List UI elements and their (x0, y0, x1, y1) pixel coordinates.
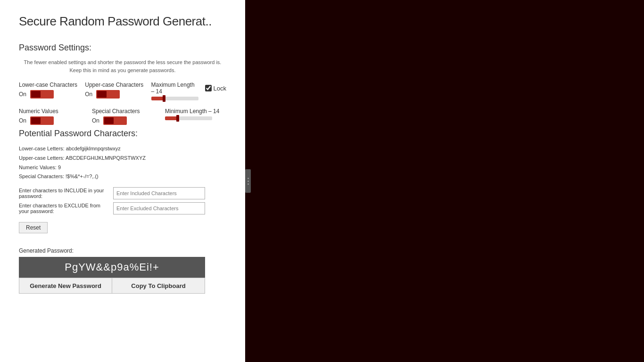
upper-case-toggle-row: On (85, 90, 151, 99)
page-title: Secure Random Password Generat.. (19, 14, 226, 29)
left-panel: Secure Random Password Generat.. Passwor… (0, 0, 245, 362)
potential-section: Potential Password Characters: Lower-cas… (19, 129, 226, 233)
upper-info: Upper-case Letters: ABCDEFGHIJKLMNPQRSTW… (19, 154, 226, 163)
potential-section-title: Potential Password Characters: (19, 129, 226, 139)
special-toggle-label: On (92, 117, 99, 124)
max-length-setting: Maximum Length – 14 Lock (151, 82, 226, 100)
divider-dot-1 (248, 178, 249, 179)
max-length-slider-fill (151, 97, 165, 100)
numeric-setting: Numeric Values On (19, 108, 92, 125)
lock-checkbox[interactable] (205, 85, 212, 91)
special-setting: Special Characters On (92, 108, 165, 125)
numeric-toggle[interactable] (30, 116, 54, 125)
include-exclude-section: Enter characters to INCLUDE in your pass… (19, 187, 226, 217)
numeric-toggle-row: On (19, 116, 92, 125)
include-row: Enter characters to INCLUDE in your pass… (19, 187, 226, 199)
lower-case-label: Lower-case Characters (19, 82, 85, 88)
char-info: Lower-case Letters: abcdefgijklmnpqrstwx… (19, 144, 226, 181)
divider-dot-3 (248, 183, 249, 185)
lock-row: Lock (205, 85, 226, 92)
min-length-slider-thumb (176, 115, 179, 122)
special-info: Special Characters: !$%&*+-/=?,.() (19, 172, 226, 181)
exclude-label: Enter characters to EXCLUDE from your pa… (19, 203, 108, 214)
reset-button[interactable]: Reset (19, 222, 48, 233)
upper-case-toggle-label: On (85, 91, 92, 98)
generated-section: Generated Password: PgYW&&p9a%Ei!+ Gener… (19, 247, 226, 294)
include-label: Enter characters to INCLUDE in your pass… (19, 188, 108, 199)
numeric-label: Numeric Values (19, 108, 92, 115)
settings-row-1: Lower-case Characters On Upper-case Char… (19, 82, 226, 100)
settings-section-title: Password Settings: (19, 43, 226, 53)
upper-case-setting: Upper-case Characters On (85, 82, 151, 99)
min-length-label: Minimum Length – 14 (165, 108, 219, 115)
max-length-slider-thumb (163, 95, 165, 102)
max-length-label: Maximum Length – 14 (151, 82, 199, 95)
upper-case-label: Upper-case Characters (85, 82, 151, 88)
settings-row-2: Numeric Values On Special Characters On … (19, 108, 226, 125)
min-length-setting: Minimum Length – 14 (165, 108, 219, 120)
include-input[interactable] (113, 187, 205, 199)
special-toggle-row: On (92, 116, 165, 125)
max-length-slider-track[interactable] (151, 97, 198, 100)
upper-case-toggle[interactable] (96, 90, 120, 99)
min-length-slider-fill (165, 116, 178, 120)
lock-label: Lock (214, 85, 226, 92)
lower-info: Lower-case Letters: abcdefgijklmnpqrstwx… (19, 144, 226, 154)
numeric-info: Numeric Values: 9 (19, 163, 226, 173)
divider-dot-2 (248, 181, 249, 182)
lower-case-setting: Lower-case Characters On (19, 82, 85, 99)
action-buttons: Generate New Password Copy To Clipboard (19, 278, 205, 294)
numeric-toggle-label: On (19, 117, 26, 124)
exclude-row: Enter characters to EXCLUDE from your pa… (19, 202, 226, 214)
min-length-slider-track[interactable] (165, 116, 212, 120)
right-panel (245, 0, 644, 362)
lower-case-toggle[interactable] (30, 90, 54, 99)
hint-text: The fewer enabled settings and shorter t… (19, 58, 226, 74)
generated-label: Generated Password: (19, 247, 226, 254)
panel-divider[interactable] (245, 169, 251, 193)
special-toggle[interactable] (103, 116, 127, 125)
generate-button[interactable]: Generate New Password (19, 278, 112, 294)
copy-button[interactable]: Copy To Clipboard (112, 278, 205, 294)
lower-case-toggle-label: On (19, 91, 26, 98)
special-label: Special Characters (92, 108, 165, 115)
generated-password-display: PgYW&&p9a%Ei!+ (19, 257, 205, 278)
lower-case-toggle-row: On (19, 90, 85, 99)
exclude-input[interactable] (113, 202, 205, 214)
